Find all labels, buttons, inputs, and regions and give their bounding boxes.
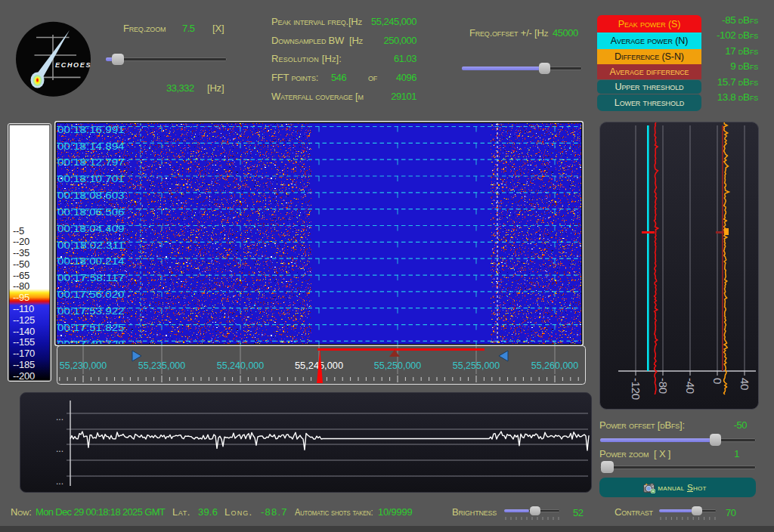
svg-text:55,260,000: 55,260,000 — [531, 360, 579, 371]
svg-text:--95: --95 — [13, 292, 29, 303]
svg-text:-120: -120 — [630, 378, 642, 400]
svg-text:ECHOES: ECHOES — [55, 61, 91, 69]
svg-text:--110: --110 — [13, 303, 34, 314]
svg-text:-80: -80 — [657, 378, 670, 394]
svg-text:--80: --80 — [13, 280, 29, 292]
svg-text:00:18:10.701: 00:18:10.701 — [57, 174, 125, 184]
svg-text:00:18:08.603: 00:18:08.603 — [57, 190, 125, 201]
svg-text:--185: --185 — [13, 359, 35, 370]
svg-text:...: ... — [56, 412, 63, 422]
svg-text:00:17:56.020: 00:17:56.020 — [57, 289, 125, 300]
svg-text:00:17:51.825: 00:17:51.825 — [57, 323, 125, 333]
svg-text:55,250,000: 55,250,000 — [374, 360, 422, 371]
svg-text:--50: --50 — [13, 258, 29, 270]
svg-text:55,255,000: 55,255,000 — [453, 360, 500, 371]
svg-text:--5: --5 — [13, 225, 24, 237]
svg-text:00:18:12.797: 00:18:12.797 — [57, 157, 125, 168]
svg-text:-40: -40 — [684, 378, 697, 394]
svg-text:00:18:16.991: 00:18:16.991 — [57, 125, 125, 135]
svg-text:0: 0 — [711, 378, 724, 384]
svg-text:...: ... — [56, 444, 63, 454]
svg-text:--170: --170 — [13, 348, 35, 359]
svg-text:...: ... — [56, 476, 63, 487]
svg-text:00:18:06.506: 00:18:06.506 — [57, 207, 125, 218]
svg-text:00:18:02.311: 00:18:02.311 — [57, 240, 125, 251]
svg-text:--20: --20 — [13, 236, 29, 247]
svg-text:55,240,000: 55,240,000 — [217, 360, 265, 371]
svg-text:--125: --125 — [13, 314, 35, 326]
svg-text:00:17:58.117: 00:17:58.117 — [57, 273, 125, 283]
svg-text:--155: --155 — [13, 336, 35, 348]
svg-text:00:18:00.214: 00:18:00.214 — [57, 256, 125, 267]
svg-text:40: 40 — [738, 378, 751, 390]
svg-text:55,235,000: 55,235,000 — [138, 360, 186, 371]
svg-text:00:18:04.409: 00:18:04.409 — [57, 224, 125, 234]
svg-text:--65: --65 — [13, 270, 29, 281]
svg-text:55,230,000: 55,230,000 — [60, 360, 107, 371]
svg-text:00:17:53.922: 00:17:53.922 — [57, 306, 125, 317]
svg-text:--35: --35 — [13, 247, 29, 258]
svg-text:--200: --200 — [13, 370, 35, 382]
svg-text:00:18:14.894: 00:18:14.894 — [57, 141, 125, 152]
svg-text:--140: --140 — [13, 326, 35, 337]
